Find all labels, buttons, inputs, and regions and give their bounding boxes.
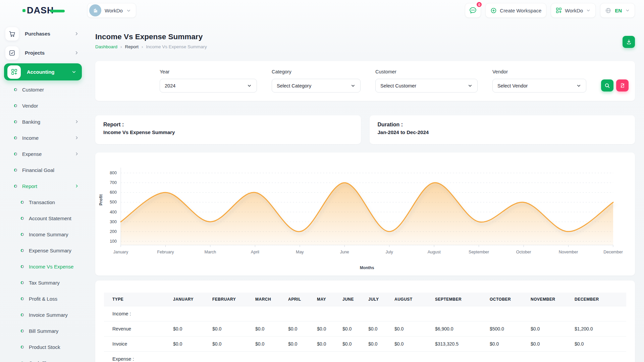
- svg-text:700: 700: [110, 180, 117, 185]
- year-label: Year: [160, 69, 257, 74]
- chevron-down-icon: [247, 83, 252, 88]
- chevron-right-icon: [74, 50, 79, 55]
- row-label: Revenue: [104, 321, 170, 336]
- svg-text:400: 400: [110, 210, 117, 215]
- chat-bubble-icon: [469, 6, 477, 14]
- bullet-icon: [21, 233, 24, 236]
- report-summary-card: Report : Income Vs Expense Summary: [95, 115, 361, 144]
- sidebar-item-profit-loss[interactable]: Profit & Loss: [0, 291, 87, 307]
- sidebar-item-income-vs-expense[interactable]: Income Vs Expense: [0, 258, 87, 275]
- summary-cards: Report : Income Vs Expense Summary Durat…: [95, 115, 635, 144]
- sidebar-item-financial-goal[interactable]: Financial Goal: [0, 162, 87, 178]
- sidebar-item-invoice-summary[interactable]: Invoice Summary: [0, 307, 87, 323]
- chart-x-axis-label: Months: [360, 265, 374, 270]
- cell: $0.0: [314, 336, 340, 351]
- brand-logo[interactable]: DASH: [0, 5, 87, 16]
- svg-text:March: March: [205, 250, 216, 254]
- sidebar-item-purchases[interactable]: Purchases: [0, 24, 87, 43]
- bullet-icon: [21, 346, 24, 349]
- cell: $0.0: [210, 321, 253, 336]
- cell: $0.0: [170, 336, 210, 351]
- sidebar-item-report[interactable]: Report: [0, 178, 87, 194]
- cell: $0.0: [340, 336, 366, 351]
- cell: $0.0: [366, 321, 392, 336]
- col-july: JULY: [366, 293, 392, 306]
- svg-text:January: January: [113, 250, 128, 254]
- filter-customer: Customer Select Customer: [375, 69, 478, 101]
- chevron-down-icon: [625, 8, 630, 13]
- workdo-menu-button[interactable]: WorkDo: [551, 3, 596, 18]
- svg-text:February: February: [157, 250, 174, 254]
- sidebar-item-expense-summary[interactable]: Expense Summary: [0, 242, 87, 258]
- sidebar-item-product-stock[interactable]: Product Stock: [0, 339, 87, 355]
- sidebar-item-bill-summary[interactable]: Bill Summary: [0, 323, 87, 339]
- svg-text:100: 100: [110, 239, 117, 244]
- bullet-icon: [14, 120, 17, 123]
- cell: $0.0: [285, 321, 314, 336]
- filter-reset-button[interactable]: [616, 79, 629, 92]
- chart-y-axis-label: Profit: [99, 194, 103, 205]
- bullet-icon: [14, 136, 17, 139]
- workspace-switcher[interactable]: WorkDo: [87, 3, 136, 18]
- customer-select[interactable]: Select Customer: [375, 79, 478, 93]
- svg-text:July: July: [386, 250, 393, 254]
- bullet-icon: [14, 153, 17, 156]
- profit-chart-card: Profit 800700600500400300200100JanuaryFe…: [95, 153, 635, 276]
- sidebar-item-cash-flow[interactable]: Cash Flow: [0, 355, 87, 362]
- table-row-invoice: Invoice $0.0 $0.0 $0.0 $0.0 $0.0 $0.0 $0…: [104, 336, 626, 351]
- sidebar-item-expense[interactable]: Expense: [0, 146, 87, 162]
- sidebar-item-customer[interactable]: Customer: [0, 81, 87, 98]
- chevron-down-icon: [576, 83, 581, 88]
- year-select[interactable]: 2024: [160, 79, 257, 93]
- breadcrumb-dashboard[interactable]: Dashboard: [95, 44, 117, 49]
- search-icon: [604, 83, 610, 88]
- svg-text:April: April: [251, 250, 259, 254]
- breadcrumb-report[interactable]: Report: [125, 44, 139, 49]
- col-august: AUGUST: [392, 293, 432, 306]
- language-code: EN: [615, 8, 622, 13]
- file-slash-icon: [620, 83, 625, 88]
- svg-text:200: 200: [110, 229, 117, 234]
- sidebar-item-income[interactable]: Income: [0, 130, 87, 146]
- chevron-right-icon: [74, 184, 79, 188]
- cell: $0.0: [314, 321, 340, 336]
- logo-dot: [22, 9, 25, 12]
- col-march: MARCH: [253, 293, 285, 306]
- vendor-select[interactable]: Select Vendor: [492, 79, 586, 93]
- sidebar-item-account-statement[interactable]: Account Statement: [0, 210, 87, 226]
- col-type: TYPE: [104, 293, 170, 306]
- cell: $6,900.0: [432, 321, 487, 336]
- svg-text:November: November: [559, 250, 578, 254]
- sidebar-item-transaction[interactable]: Transaction: [0, 194, 87, 210]
- sidebar-item-accounting[interactable]: Accounting: [4, 63, 82, 80]
- bullet-icon: [14, 104, 17, 107]
- workdo-menu-label: WorkDo: [565, 8, 583, 13]
- filter-search-button[interactable]: [601, 79, 613, 92]
- cell: $0.0: [210, 336, 253, 351]
- check-square-icon: [5, 46, 19, 60]
- cell: $0.0: [528, 321, 572, 336]
- download-button[interactable]: [623, 36, 635, 48]
- col-november: NOVEMBER: [528, 293, 572, 306]
- topbar: DASH WorkDo 0 Create Wo: [0, 0, 644, 21]
- bullet-icon: [21, 329, 24, 333]
- page-header: Income Vs Expense Summary Dashboard › Re…: [95, 33, 635, 49]
- create-workspace-button[interactable]: Create Workspace: [485, 3, 546, 18]
- vendor-label: Vendor: [492, 69, 586, 74]
- sidebar-item-vendor[interactable]: Vendor: [0, 98, 87, 114]
- messages-button[interactable]: 0: [465, 3, 481, 18]
- cell: $0.0: [392, 321, 432, 336]
- download-icon: [626, 39, 632, 45]
- bullet-icon: [21, 297, 24, 300]
- sidebar-item-banking[interactable]: Banking: [0, 114, 87, 130]
- language-selector[interactable]: EN: [600, 3, 635, 18]
- col-september: SEPTEMBER: [432, 293, 487, 306]
- category-select[interactable]: Select Category: [272, 79, 361, 93]
- sidebar-item-income-summary[interactable]: Income Summary: [0, 226, 87, 242]
- sidebar-item-projects[interactable]: Projects: [0, 43, 87, 62]
- chevron-right-icon: [74, 31, 79, 36]
- table-header-row: TYPE JANUARY FEBRUARY MARCH APRIL MAY JU…: [104, 293, 626, 306]
- duration-label: Duration :: [378, 122, 627, 128]
- cell: $0.0: [340, 321, 366, 336]
- sidebar-item-tax-summary[interactable]: Tax Summary: [0, 275, 87, 291]
